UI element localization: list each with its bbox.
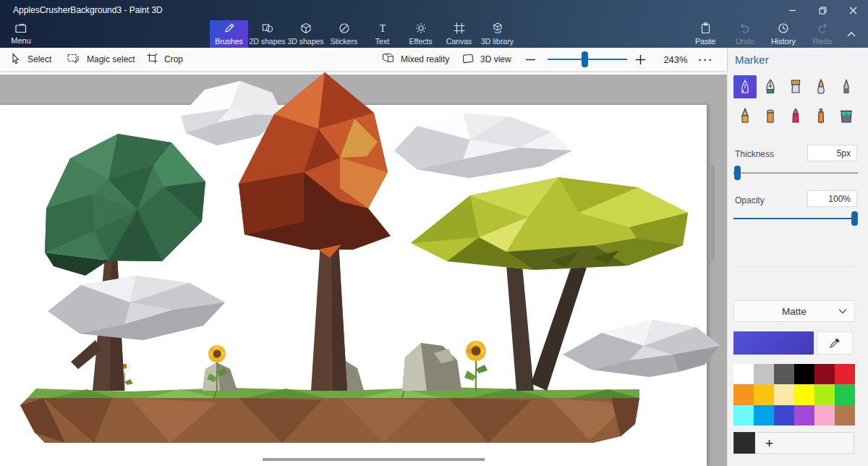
cube-library-icon [492,22,503,35]
palette-swatch[interactable] [794,364,814,384]
paste-icon [700,22,711,35]
custom-color-row: + [733,432,854,454]
crop-button[interactable]: Crop [147,48,183,71]
mixed-reality-icon [382,53,394,66]
palette-swatch[interactable] [733,384,754,404]
canvas-frame-icon [454,22,465,35]
palette-grid [733,364,855,425]
paste-button[interactable]: Paste [689,20,722,48]
brush-icon [224,22,235,35]
palette-swatch[interactable] [754,384,774,404]
text-icon: T [377,22,388,35]
main-area: Select Magic select Crop Mixed reality 3… [0,48,727,466]
brush-oil-brush[interactable] [784,75,807,98]
opacity-input[interactable] [807,190,857,207]
tab-stickers[interactable]: Stickers [325,20,363,48]
brush-calligraphy-pen[interactable] [759,75,782,98]
menu-label: Menu [11,36,31,45]
palette-swatch[interactable] [835,405,855,425]
workspace [0,71,727,466]
undo-button[interactable]: Undo [728,20,762,48]
redo-icon [817,22,828,35]
zoom-out-button[interactable] [525,48,536,71]
brush-watercolor[interactable] [809,75,833,98]
paint3d-window: ApplesCrusherBackground3 - Paint 3D Menu… [0,0,868,466]
close-button[interactable] [838,0,868,20]
tab-2d-shapes[interactable]: 2D shapes [248,20,286,48]
current-color-swatch[interactable] [733,331,814,355]
panel-title: Marker [735,54,769,66]
tab-text[interactable]: T Text [363,20,401,48]
cursor-icon [10,53,21,67]
select-button[interactable]: Select [10,48,51,71]
custom-color-swatch[interactable] [733,432,755,454]
eyedropper-icon [828,336,841,350]
tab-brushes[interactable]: Brushes [210,20,248,48]
restore-button[interactable] [807,0,838,20]
history-button[interactable]: History [767,20,800,48]
palette-swatch[interactable] [835,384,855,404]
brush-grid [733,75,862,127]
window-controls [777,0,868,20]
menu-icon [15,23,27,35]
thickness-slider-thumb[interactable] [734,166,741,180]
zoom-slider[interactable] [548,48,627,71]
palette-swatch[interactable] [774,405,794,425]
zoom-in-button[interactable] [635,48,646,71]
palette-swatch[interactable] [733,364,754,384]
thickness-slider[interactable] [733,166,858,180]
brush-pencil[interactable] [733,104,757,127]
palette-swatch[interactable] [733,405,754,425]
brush-spray-can[interactable] [809,104,833,127]
palette-swatch[interactable] [774,364,794,384]
options-bar: Select Magic select Crop Mixed reality 3… [0,48,727,71]
vertical-scrollbar[interactable] [711,165,715,260]
palette-swatch[interactable] [754,364,774,384]
brush-marker[interactable] [733,75,757,98]
brush-eraser[interactable] [759,104,782,127]
view-3d-button[interactable]: 3D view [461,48,511,71]
tab-canvas[interactable]: Canvas [440,20,478,48]
palette-swatch[interactable] [835,364,855,384]
opacity-slider[interactable] [733,211,858,226]
brush-pixel-pen[interactable] [835,75,858,98]
header: ApplesCrusherBackground3 - Paint 3D Menu… [0,0,868,48]
ribbon-tabs: Brushes 2D shapes 3D shapes Stickers T T… [210,20,516,48]
drawing-canvas[interactable] [0,105,707,466]
mixed-reality-button[interactable]: Mixed reality [382,48,449,71]
eyedropper-button[interactable] [817,331,853,355]
opacity-slider-thumb[interactable] [851,211,858,226]
palette-swatch[interactable] [814,405,835,425]
palette-swatch[interactable] [794,384,814,404]
side-panel: Marker [727,48,868,466]
horizontal-scrollbar[interactable] [263,458,485,461]
sun-icon [415,22,427,35]
magic-select-button[interactable]: Magic select [67,48,135,71]
history-icon [778,22,789,35]
thickness-input[interactable] [807,145,857,161]
opacity-label: Opacity [735,195,765,206]
tab-3d-library[interactable]: 3D library [478,20,516,48]
palette-swatch[interactable] [754,405,774,425]
palette-swatch[interactable] [794,405,814,425]
zoom-level[interactable]: 243% [657,48,694,71]
window-title: ApplesCrusherBackground3 - Paint 3D [13,5,163,15]
tab-effects[interactable]: Effects [401,20,440,48]
finish-dropdown[interactable]: Matte [733,300,855,322]
brush-fill[interactable] [835,104,858,127]
zoom-slider-thumb[interactable] [582,51,588,67]
tab-3d-shapes[interactable]: 3D shapes [286,20,325,48]
redo-button[interactable]: Redo [806,20,839,48]
palette-swatch[interactable] [814,384,835,404]
sticker-icon [339,22,350,35]
minimize-button[interactable] [777,0,807,20]
palette-swatch[interactable] [774,384,794,404]
brush-crayon[interactable] [784,104,807,127]
collapse-ribbon-button[interactable] [841,20,862,48]
menu-button[interactable]: Menu [4,20,38,48]
more-options-button[interactable]: ··· [693,48,719,71]
square-circle-icon [262,22,273,35]
palette-swatch[interactable] [814,364,835,384]
crop-icon [147,53,158,66]
add-color-button[interactable]: + [765,436,773,450]
